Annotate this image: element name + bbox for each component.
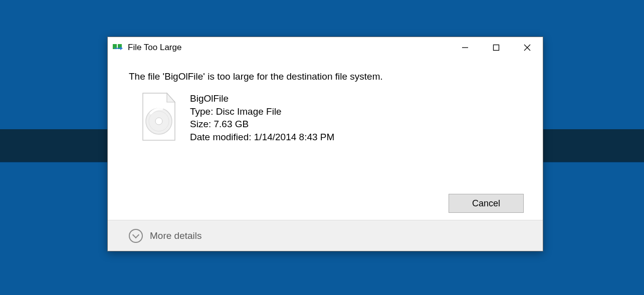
button-row: Cancel <box>449 194 524 213</box>
file-info-row: BigOlFile Type: Disc Image File Size: 7.… <box>129 92 522 144</box>
window-controls <box>450 37 543 58</box>
chevron-down-icon[interactable] <box>129 229 143 243</box>
file-size: Size: 7.63 GB <box>190 118 334 131</box>
error-message: The file 'BigOlFile' is too large for th… <box>129 71 522 82</box>
maximize-button[interactable] <box>481 37 512 58</box>
desktop-background: File Too Large The file 'BigOlFile' is t… <box>0 0 644 295</box>
titlebar: File Too Large <box>108 37 543 58</box>
file-name: BigOlFile <box>190 92 334 105</box>
file-type: Type: Disc Image File <box>190 105 334 118</box>
file-too-large-dialog: File Too Large The file 'BigOlFile' is t… <box>107 37 543 251</box>
disc-image-file-icon <box>139 92 179 142</box>
window-title: File Too Large <box>128 43 450 53</box>
svg-rect-3 <box>494 45 499 51</box>
close-button[interactable] <box>512 37 543 58</box>
dialog-footer: More details <box>108 220 543 251</box>
file-transfer-icon <box>113 43 124 52</box>
cancel-button[interactable]: Cancel <box>449 194 524 213</box>
more-details-toggle[interactable]: More details <box>150 230 202 241</box>
file-date-modified: Date modified: 1/14/2014 8:43 PM <box>190 131 334 144</box>
svg-point-8 <box>155 118 162 125</box>
dialog-body: The file 'BigOlFile' is too large for th… <box>108 58 543 220</box>
file-details: BigOlFile Type: Disc Image File Size: 7.… <box>190 92 334 144</box>
minimize-button[interactable] <box>450 37 481 58</box>
